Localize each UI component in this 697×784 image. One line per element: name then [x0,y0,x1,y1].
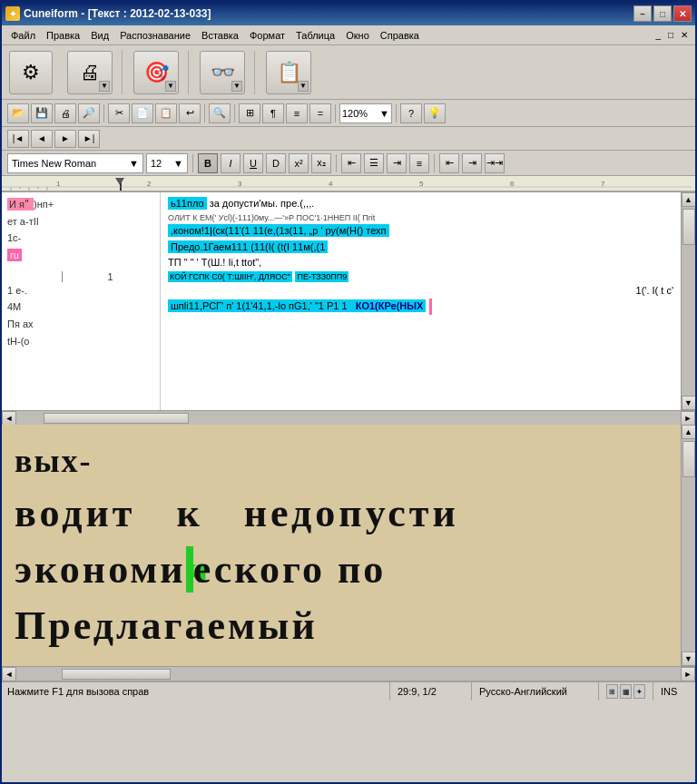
view-button[interactable]: 👓 ▼ [200,51,245,94]
h-scroll-left-btn[interactable]: ◄ [2,411,16,426]
scroll-thumb[interactable] [682,209,695,245]
sep3 [234,104,235,122]
dropdown-arrow-1[interactable]: ▼ [99,81,110,92]
toolbar-group-4: 📋 ▼ [266,51,311,94]
nav-next-btn[interactable]: ► [54,130,76,148]
menu-restore-btn[interactable]: □ [664,30,677,40]
underline-button[interactable]: U [243,153,263,173]
menu-recognize[interactable]: Распознавание [114,28,196,43]
h-scroll-thumb-text[interactable] [44,413,189,424]
nav-prev-btn[interactable]: ◄ [31,130,53,148]
toolbar-group-3: 👓 ▼ [200,51,255,94]
img-scroll-thumb[interactable] [682,441,695,477]
sep1 [103,104,104,122]
font-size-selector[interactable]: 12 ▼ [146,153,188,173]
font-size: 12 [151,158,162,169]
align-justify-btn[interactable]: ≡ [409,153,429,173]
dropdown-arrow-3[interactable]: ▼ [231,81,242,92]
align-btn[interactable]: ≡ [286,103,308,123]
text-editor-area: И яʺ )нп+ ет а-тII 1с- ru 1 1 е-. 4М Пя … [2,192,695,410]
minimize-button[interactable]: – [633,5,652,22]
scan-button[interactable]: 🖨 ▼ [67,51,113,94]
indent-inc-btn[interactable]: ⇥ [462,153,482,173]
align-right-btn[interactable]: ⇥ [387,153,407,173]
print-preview-btn[interactable]: 🔎 [78,103,100,123]
gear-icon-btn[interactable]: ⚙ [9,51,53,94]
menu-insert[interactable]: Вставка [196,28,244,43]
h-scrollbar-text[interactable]: ◄ ► [2,410,695,425]
save-btn[interactable]: 💾 [31,103,53,123]
zoom-combo[interactable]: 120% ▼ [339,103,392,123]
vertical-scrollbar[interactable]: ▲ ▼ [681,192,695,410]
italic-button[interactable]: I [221,153,241,173]
bold-button[interactable]: B [198,153,218,173]
left-line-2: ет а-тII [7,213,154,230]
menu-window[interactable]: Окно [340,28,375,43]
sep6 [192,154,193,172]
subscript-button[interactable]: x₂ [311,153,331,173]
info-btn[interactable]: 💡 [424,103,446,123]
menu-view[interactable]: Вид [85,28,114,43]
img-scroll-track [682,439,695,652]
image-line-3: экономического по [15,546,668,593]
status-icon-3: ✦ [633,684,645,699]
nav-first-btn[interactable]: |◄ [7,130,29,148]
image-content: вых- водит к недопусти экономического по… [2,425,681,666]
scroll-down-btn[interactable]: ▼ [682,396,696,410]
img-h-scroll-thumb[interactable] [62,669,171,680]
menu-min-btn[interactable]: _ [652,30,664,40]
h-scroll-right-btn[interactable]: ► [681,411,695,426]
find-btn[interactable]: 🔍 [209,103,231,123]
img-h-scroll-right-btn[interactable]: ► [681,667,695,681]
menu-close-btn[interactable]: ✕ [677,30,692,40]
status-hint: Нажмите F1 для вызова справ [7,682,390,701]
img-scroll-down-btn[interactable]: ▼ [682,652,696,666]
menu-bar: Файл Правка Вид Распознавание Вставка Фо… [2,25,695,45]
copy-btn[interactable]: 📄 [132,103,153,123]
indent-dec-btn[interactable]: ⇤ [439,153,459,173]
font-selector[interactable]: Times New Roman ▼ [7,153,143,173]
image-vscroll[interactable]: ▲ ▼ [681,425,695,666]
align-center-btn[interactable]: ☰ [364,153,384,173]
undo-btn[interactable]: ↩ [179,103,201,123]
align-left-btn[interactable]: ⇤ [341,153,361,173]
close-button[interactable]: ✕ [673,5,692,22]
dropdown-arrow-2[interactable]: ▼ [165,81,176,92]
equal-btn[interactable]: = [309,103,331,123]
sep7 [336,154,337,172]
h-scrollbar-image[interactable]: ◄ ► [2,666,695,681]
svg-text:5: 5 [419,180,424,188]
text-line-8: шпli11,РСГ' п' 1(1'41,1,-lo пG1,' "1 Р1 … [168,299,673,315]
menu-file[interactable]: Файл [5,28,41,43]
status-language: Русско-Английский [472,682,599,701]
indent-inc2-btn[interactable]: ⇥⇥ [485,153,505,173]
menu-edit[interactable]: Правка [41,28,85,43]
paste-btn[interactable]: 📋 [155,103,177,123]
status-icons: ⊞ ▦ ✦ [599,682,653,701]
table-btn[interactable]: ⊞ [239,103,260,123]
open-btn[interactable]: 📂 [7,103,29,123]
superscript-button[interactable]: x² [289,153,309,173]
menu-help[interactable]: Справка [375,28,425,43]
status-bar: Нажмите F1 для вызова справ 29:9, 1/2 Ру… [2,681,695,701]
export-button[interactable]: 📋 ▼ [266,51,311,94]
help-btn[interactable]: ? [400,103,422,123]
nav-last-btn[interactable]: ►| [78,130,100,148]
text-line-1: ь11пло за допусти'мы. пре.(,,,. [168,196,673,212]
pink-text-1: И яʺ [7,198,34,211]
img-h-scroll-left-btn[interactable]: ◄ [2,667,16,681]
pink-text-2: ru [7,249,22,261]
print-btn[interactable]: 🖨 [54,103,76,123]
ocr-button[interactable]: 🎯 ▼ [133,51,179,94]
menu-table[interactable]: Таблица [290,28,340,43]
img-scroll-up-btn[interactable]: ▲ [682,425,696,439]
main-text-panel[interactable]: ь11пло за допусти'мы. пре.(,,,. ОЛИТ К Е… [161,192,681,410]
cut-btn[interactable]: ✂ [108,103,130,123]
para-btn[interactable]: ¶ [262,103,284,123]
menu-format[interactable]: Формат [244,28,290,43]
scroll-up-btn[interactable]: ▲ [682,192,696,207]
maximize-button[interactable]: □ [653,5,672,22]
status-icon-2: ▦ [620,684,632,699]
dropdown-arrow-4[interactable]: ▼ [298,81,309,92]
strikethrough-button[interactable]: D [266,153,286,173]
